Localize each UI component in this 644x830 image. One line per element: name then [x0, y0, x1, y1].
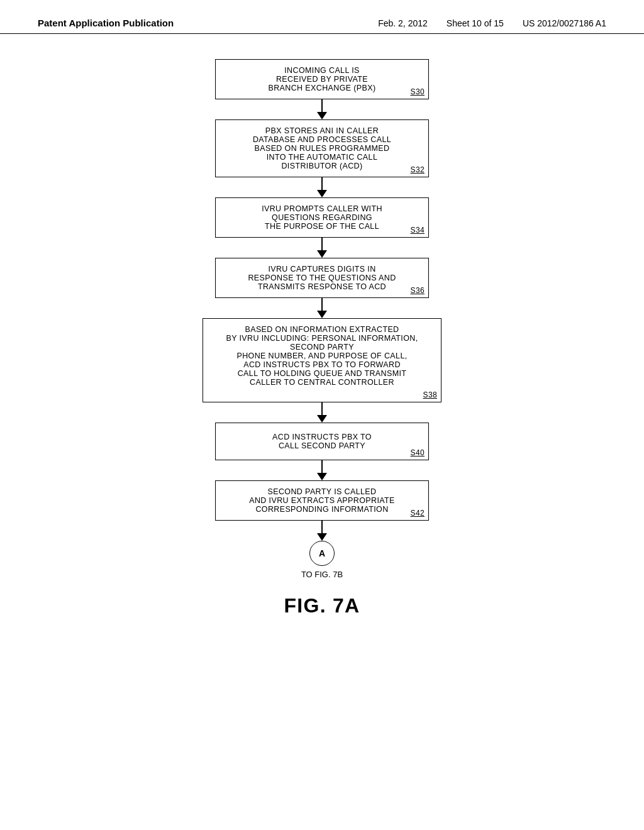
step-s32-text: PBX STORES ANI IN CALLER DATABASE AND PR… — [253, 126, 391, 170]
arrow-2 — [317, 177, 327, 197]
patent-number: US 2012/0027186 A1 — [523, 18, 606, 28]
date-label: Feb. 2, 2012 — [378, 18, 428, 28]
step-s36-label: S36 — [411, 286, 425, 295]
step-s42-text: SECOND PARTY IS CALLED AND IVRU EXTRACTS… — [249, 487, 395, 514]
step-s30: INCOMING CALL IS RECEIVED BY PRIVATE BRA… — [215, 59, 429, 99]
arrow-5 — [317, 402, 327, 423]
connector-a: A — [309, 541, 335, 566]
connector-a-label: A — [319, 548, 325, 558]
fig-title: FIG. 7A — [284, 594, 360, 617]
step-s38-label: S38 — [423, 390, 437, 399]
arrow-7 — [317, 521, 327, 541]
step-s38-text: BASED ON INFORMATION EXTRACTED BY IVRU I… — [226, 325, 418, 396]
step-s34-text: IVRU PROMPTS CALLER WITH QUESTIONS REGAR… — [262, 204, 382, 231]
step-s34-label: S34 — [411, 226, 425, 235]
page-header: Patent Application Publication Feb. 2, 2… — [0, 0, 644, 34]
step-s30-text: INCOMING CALL IS RECEIVED BY PRIVATE BRA… — [268, 66, 375, 92]
page: Patent Application Publication Feb. 2, 2… — [0, 0, 644, 830]
step-s32: PBX STORES ANI IN CALLER DATABASE AND PR… — [215, 119, 429, 177]
step-s36: IVRU CAPTURES DIGITS IN RESPONSE TO THE … — [215, 258, 429, 298]
step-s36-text: IVRU CAPTURES DIGITS IN RESPONSE TO THE … — [248, 265, 396, 291]
sheet-label: Sheet 10 of 15 — [447, 18, 504, 28]
flowchart: INCOMING CALL IS RECEIVED BY PRIVATE BRA… — [0, 34, 644, 617]
step-s38: BASED ON INFORMATION EXTRACTED BY IVRU I… — [203, 318, 441, 402]
step-s42-label: S42 — [411, 509, 425, 517]
arrow-1 — [317, 99, 327, 119]
step-s34: IVRU PROMPTS CALLER WITH QUESTIONS REGAR… — [215, 197, 429, 238]
step-s32-label: S32 — [411, 165, 425, 174]
to-fig-label: TO FIG. 7B — [301, 570, 343, 579]
arrow-6 — [317, 460, 327, 480]
step-s42: SECOND PARTY IS CALLED AND IVRU EXTRACTS… — [215, 480, 429, 521]
step-s40: ACD INSTRUCTS PBX TO CALL SECOND PARTY S… — [215, 423, 429, 460]
step-s40-text: ACD INSTRUCTS PBX TO CALL SECOND PARTY — [272, 433, 372, 450]
step-s30-label: S30 — [411, 87, 425, 96]
publication-label: Patent Application Publication — [38, 18, 378, 28]
arrow-3 — [317, 238, 327, 258]
arrow-4 — [317, 298, 327, 318]
step-s40-label: S40 — [411, 448, 425, 457]
